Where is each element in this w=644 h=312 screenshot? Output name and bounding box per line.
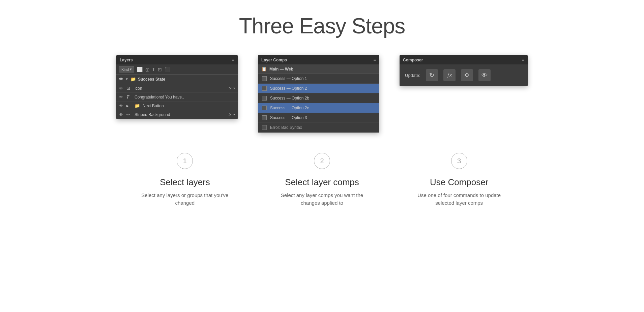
step-3-circle: 3 — [451, 153, 467, 169]
step-3-title: Use Composer — [430, 177, 488, 188]
pen-icon-4: ✏ — [126, 112, 133, 117]
composer-move-button[interactable]: ✥ — [461, 69, 473, 81]
comps-menu-icon[interactable]: ≡ — [373, 57, 376, 62]
layers-menu-icon[interactable]: ≡ — [232, 57, 234, 62]
step-1-title: Select layers — [160, 177, 210, 188]
pixel-filter-icon[interactable]: ⬛ — [165, 67, 170, 72]
step-2-description: Select any layer comps you want the chan… — [278, 192, 366, 207]
fx-badge-1: fx — [229, 86, 231, 90]
shape-filter-icon[interactable]: ⊡ — [158, 67, 162, 72]
comps-title: Layer Comps — [261, 58, 287, 62]
kind-label: Kind — [121, 67, 129, 72]
comp-header-name: Main — Web — [269, 67, 293, 72]
eye-icon-3[interactable]: 👁 — [119, 104, 124, 108]
composer-panel: Composer ≡ Update: ↻ ƒx ✥ 👁 — [400, 55, 528, 86]
kind-dropdown[interactable]: Kind ▾ — [119, 66, 134, 73]
comps-titlebar: Layer Comps ≡ — [258, 55, 379, 64]
comp-checkbox-4[interactable] — [262, 115, 267, 120]
comp-item-5[interactable]: Error: Bad Syntax — [258, 123, 379, 133]
comp-checkbox-1[interactable] — [262, 86, 267, 91]
comps-panel: Layer Comps ≡ 📋 Main — Web Success — Opt… — [258, 55, 379, 133]
group-arrow-icon: ▼ — [125, 77, 128, 81]
comp-name-1: Success — Option 2 — [270, 86, 375, 91]
layer-name-2: Congratulations! You have.. — [135, 95, 235, 100]
group-arrow-icon-3: ▶ — [126, 104, 133, 108]
text-filter-icon[interactable]: T — [152, 67, 155, 72]
group-eye-icon[interactable]: 👁 — [119, 77, 123, 82]
comp-name-3: Success — Option 2c — [270, 106, 375, 110]
circle-filter-icon[interactable]: ◎ — [145, 67, 149, 72]
comp-name-0: Success — Option 1 — [270, 76, 375, 81]
comp-item-0[interactable]: Success — Option 1 — [258, 74, 379, 84]
layer-item-next-button[interactable]: 👁 ▶ 📁 Next Button — [116, 102, 238, 110]
comp-item-1[interactable]: Success — Option 2 — [258, 84, 379, 93]
comp-folder-icon: 📋 — [261, 66, 267, 72]
image-filter-icon[interactable]: ⬜ — [137, 67, 143, 72]
composer-update-label: Update: — [405, 73, 420, 78]
comp-name-2: Success — Option 2b — [270, 96, 375, 101]
comp-name-4: Success — Option 3 — [270, 115, 375, 120]
step-2-circle: 2 — [314, 153, 330, 169]
layers-toolbar: Kind ▾ ⬜ ◎ T ⊡ ⬛ — [116, 64, 238, 75]
eye-icon-1[interactable]: 👁 — [119, 86, 124, 91]
step-2-title: Select layer comps — [285, 177, 359, 188]
layers-title: Layers — [120, 58, 133, 62]
layer-item-icon[interactable]: 👁 ⊡ Icon fx ▾ — [116, 84, 238, 93]
composer-fx-button[interactable]: ƒx — [443, 69, 456, 81]
comp-item-3[interactable]: Success — Option 2c — [258, 103, 379, 113]
eye-icon-2[interactable]: 👁 — [119, 95, 124, 100]
layer-group-header: 👁 ▼ 📁 Success State — [116, 75, 238, 84]
steps-row: 1 Select layers Select any layers or gro… — [120, 153, 524, 207]
kind-dropdown-icon: ▾ — [130, 67, 132, 72]
comp-header-main-web[interactable]: 📋 Main — Web — [258, 64, 379, 74]
step-3-description: Use one of four commands to update selec… — [415, 192, 503, 207]
comp-checkbox-2[interactable] — [262, 96, 267, 101]
fx-badge-4: fx — [229, 113, 231, 116]
composer-eye-button[interactable]: 👁 — [478, 69, 491, 81]
composer-body: Update: ↻ ƒx ✥ 👁 — [400, 64, 528, 86]
composer-refresh-button[interactable]: ↻ — [426, 69, 438, 81]
step-2-number: 2 — [320, 157, 324, 165]
layer-name-1: Icon — [135, 86, 227, 91]
steps-section: 1 Select layers Select any layers or gro… — [120, 153, 524, 207]
layer-name-4: Striped Background — [135, 112, 227, 117]
step-1-circle: 1 — [177, 153, 193, 169]
shape-icon-1: ⊡ — [126, 86, 133, 91]
layers-titlebar: Layers ≡ — [116, 55, 238, 64]
layer-name-3: Next Button — [143, 104, 235, 108]
layers-panel: Layers ≡ Kind ▾ ⬜ ◎ T ⊡ ⬛ 👁 ▼ 📁 Success … — [116, 55, 238, 119]
layer-item-text[interactable]: 👁 T Congratulations! You have.. — [116, 93, 238, 102]
comp-name-5: Error: Bad Syntax — [270, 125, 375, 130]
layer-item-striped[interactable]: 👁 ✏ Striped Background fx ▾ — [116, 110, 238, 119]
comp-item-4[interactable]: Success — Option 3 — [258, 113, 379, 123]
comp-item-2[interactable]: Success — Option 2b — [258, 93, 379, 103]
comp-checkbox-0[interactable] — [262, 76, 267, 81]
composer-menu-icon[interactable]: ≡ — [522, 57, 524, 62]
text-icon-2: T — [126, 94, 133, 100]
step-3-number: 3 — [457, 157, 461, 165]
step-1-description: Select any layers or groups that you've … — [141, 192, 229, 207]
group-name: Success State — [138, 77, 165, 82]
composer-titlebar: Composer ≡ — [400, 55, 528, 64]
group-folder-icon: 📁 — [130, 77, 136, 82]
page-title: Three Easy Steps — [239, 13, 405, 38]
composer-title: Composer — [403, 58, 423, 62]
eye-icon-4[interactable]: 👁 — [119, 112, 124, 117]
screenshots-row: Layers ≡ Kind ▾ ⬜ ◎ T ⊡ ⬛ 👁 ▼ 📁 Success … — [116, 55, 528, 133]
comp-checkbox-5[interactable] — [262, 125, 267, 130]
comp-checkbox-3[interactable] — [262, 106, 267, 110]
step-1-number: 1 — [183, 157, 187, 165]
folder-icon-3: 📁 — [135, 103, 141, 108]
